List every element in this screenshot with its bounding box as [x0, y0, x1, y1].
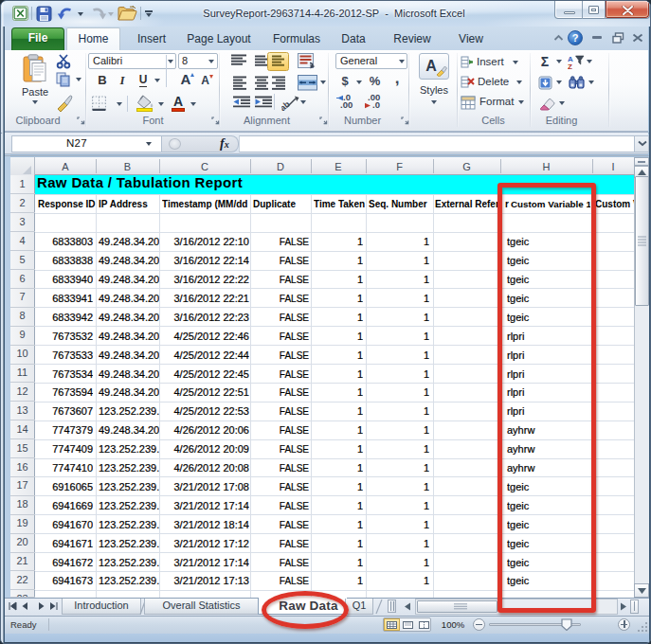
svg-text:ab: ab: [281, 99, 292, 111]
svg-text:Z: Z: [568, 63, 572, 70]
